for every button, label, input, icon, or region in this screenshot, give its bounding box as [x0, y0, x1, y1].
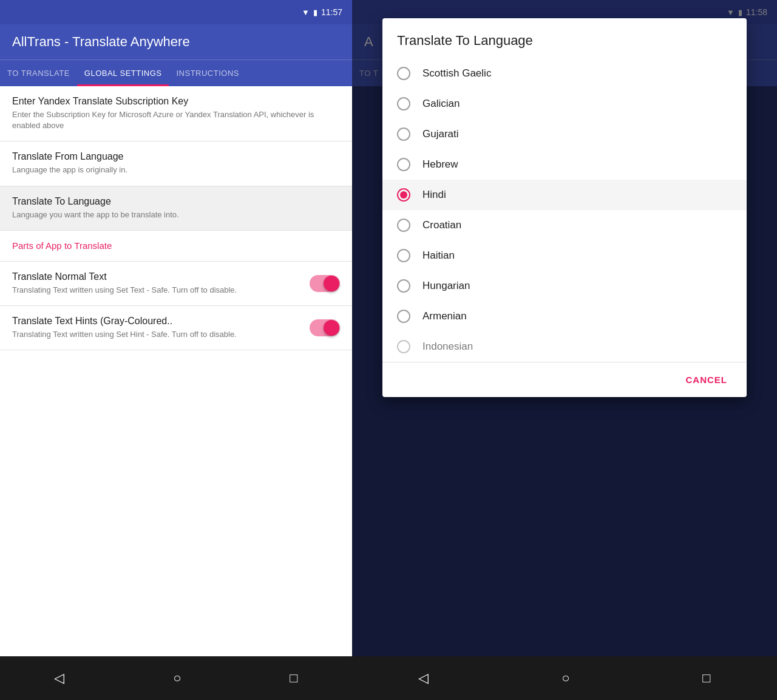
radio-galician: [397, 97, 410, 110]
tab-instructions[interactable]: INSTRUCTIONS: [169, 60, 246, 86]
radio-armenian: [397, 310, 410, 323]
radio-hindi: [397, 188, 410, 202]
section-header-text: Parts of App to Translate: [12, 240, 112, 251]
setting-yandex-key[interactable]: Enter Yandex Translate Subscription Key …: [0, 86, 352, 141]
back-icon[interactable]: ◁: [54, 670, 64, 686]
left-nav-bar: ◁ ○ □: [0, 656, 352, 700]
cancel-button[interactable]: CANCEL: [676, 367, 738, 392]
language-label-galician: Galician: [422, 98, 460, 110]
language-label-gujarati: Gujarati: [422, 128, 459, 140]
language-label-armenian: Armenian: [422, 310, 467, 322]
toggle-text-hints-knob: [324, 320, 339, 336]
dialog-overlay: Translate To Language Scottish Gaelic Ga…: [352, 0, 777, 656]
left-status-bar: ▼ ▮ 11:57: [0, 0, 352, 24]
language-item-hungarian[interactable]: Hungarian: [382, 271, 747, 301]
right-panel: ▼ ▮ 11:58 A TO T ONS Translate To Langua…: [352, 0, 777, 700]
left-time: 11:57: [321, 7, 342, 17]
radio-gujarati: [397, 127, 410, 141]
setting-text-hints-title: Translate Text Hints (Gray-Coloured..: [12, 316, 300, 327]
setting-yandex-key-title: Enter Yandex Translate Subscription Key: [12, 96, 340, 107]
language-label-croatian: Croatian: [422, 219, 461, 231]
setting-translate-to-title: Translate To Language: [12, 196, 340, 207]
language-label-hungarian: Hungarian: [422, 280, 470, 292]
radio-hungarian: [397, 279, 410, 293]
language-item-hindi[interactable]: Hindi: [382, 180, 747, 210]
setting-translate-to-desc: Language you want the app to be translat…: [12, 209, 340, 220]
left-app-header: AllTrans - Translate Anywhere: [0, 24, 352, 59]
right-back-icon[interactable]: ◁: [418, 670, 429, 686]
radio-hindi-inner: [400, 191, 407, 199]
right-home-icon[interactable]: ○: [562, 670, 569, 686]
tab-to-translate[interactable]: TO TRANSLATE: [0, 60, 77, 86]
setting-translate-to[interactable]: Translate To Language Language you want …: [0, 186, 352, 231]
toggle-text-hints[interactable]: [310, 319, 340, 336]
setting-yandex-key-desc: Enter the Subscription Key for Microsoft…: [12, 109, 340, 131]
language-item-gujarati[interactable]: Gujarati: [382, 119, 747, 149]
toggle-normal-text-knob: [324, 276, 339, 291]
setting-normal-text-title: Translate Normal Text: [12, 271, 300, 282]
setting-normal-text-desc: Translating Text written using Set Text …: [12, 285, 300, 296]
tab-global-settings[interactable]: GLOBAL SETTINGS: [77, 60, 169, 86]
radio-haitian: [397, 249, 410, 262]
language-label-haitian: Haitian: [422, 250, 455, 262]
language-label-indonesian: Indonesian: [422, 341, 473, 353]
language-label-scottish-gaelic: Scottish Gaelic: [422, 67, 491, 80]
home-icon[interactable]: ○: [173, 670, 181, 686]
language-item-hebrew[interactable]: Hebrew: [382, 149, 747, 180]
setting-text-hints[interactable]: Translate Text Hints (Gray-Coloured.. Tr…: [0, 306, 352, 350]
setting-text-hints-desc: Translating Text written using Set Hint …: [12, 329, 300, 340]
setting-translate-from-title: Translate From Language: [12, 151, 340, 162]
language-item-galician[interactable]: Galician: [382, 89, 747, 119]
language-item-croatian[interactable]: Croatian: [382, 210, 747, 240]
language-label-hindi: Hindi: [422, 189, 446, 201]
dialog-actions: CANCEL: [382, 362, 747, 397]
settings-content: Enter Yandex Translate Subscription Key …: [0, 86, 352, 656]
section-header-parts: Parts of App to Translate: [0, 231, 352, 262]
setting-normal-text[interactable]: Translate Normal Text Translating Text w…: [0, 262, 352, 306]
right-nav-bar: ◁ ○ □: [352, 656, 777, 700]
radio-croatian: [397, 219, 410, 232]
right-recents-icon[interactable]: □: [702, 670, 710, 686]
left-tab-bar: TO TRANSLATE GLOBAL SETTINGS INSTRUCTION…: [0, 59, 352, 86]
setting-translate-from[interactable]: Translate From Language Language the app…: [0, 141, 352, 186]
language-item-indonesian[interactable]: Indonesian: [382, 331, 747, 362]
radio-scottish-gaelic: [397, 67, 410, 80]
setting-translate-from-desc: Language the app is originally in.: [12, 165, 340, 175]
language-dialog: Translate To Language Scottish Gaelic Ga…: [382, 18, 747, 397]
toggle-normal-text[interactable]: [310, 275, 340, 292]
battery-icon: ▮: [313, 8, 317, 17]
left-panel: ▼ ▮ 11:57 AllTrans - Translate Anywhere …: [0, 0, 352, 700]
left-app-title: AllTrans - Translate Anywhere: [12, 34, 190, 49]
language-item-scottish-gaelic[interactable]: Scottish Gaelic: [382, 58, 747, 89]
wifi-icon: ▼: [302, 8, 310, 17]
radio-hebrew: [397, 158, 410, 171]
language-item-haitian[interactable]: Haitian: [382, 240, 747, 271]
radio-indonesian: [397, 340, 410, 353]
language-item-armenian[interactable]: Armenian: [382, 301, 747, 331]
dialog-language-list: Scottish Gaelic Galician Gujarati Hebrew: [382, 58, 747, 362]
recents-icon[interactable]: □: [290, 670, 297, 686]
dialog-title: Translate To Language: [382, 18, 747, 58]
language-label-hebrew: Hebrew: [422, 158, 458, 171]
